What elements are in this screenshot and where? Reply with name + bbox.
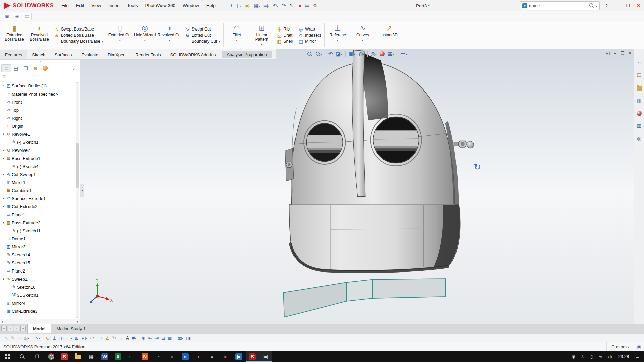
display-style-button[interactable]: ◍ — [357, 50, 365, 58]
sweep-band-sketch[interactable] — [283, 279, 445, 317]
menu-edit[interactable]: Edit — [72, 0, 88, 11]
heads-up-button[interactable] — [397, 51, 397, 57]
tree-scrollbar-thumb[interactable] — [76, 143, 79, 188]
sketch-tool-icon[interactable]: ⊠ — [167, 335, 173, 341]
file-explorer-icon[interactable] — [635, 83, 644, 92]
capture-settings-icon[interactable]: ▤ — [23, 13, 32, 20]
search-box[interactable] — [520, 1, 600, 10]
pin-toolbar-icon[interactable]: ✶ — [228, 1, 235, 10]
extruded-boss-base-button[interactable]: ▮Extruded Boss/Base — [2, 21, 27, 49]
taskbar-app-excel[interactable]: X — [111, 351, 125, 362]
view-palette-icon[interactable]: ▥ — [635, 96, 644, 105]
sketch-tool-icon[interactable]: ◨ — [185, 335, 192, 341]
taskbar-app-calculator[interactable]: ▦ — [85, 351, 98, 362]
sketch-tool-icon[interactable]: ◠ — [89, 335, 95, 341]
sketch-tool-icon[interactable]: ⇤ — [147, 335, 153, 341]
open-icon[interactable]: ▣ — [243, 1, 252, 10]
menu-view[interactable]: View — [88, 0, 105, 11]
tab-analysis-preparation[interactable]: Analysis Preparation — [222, 51, 272, 58]
undo-icon[interactable]: ↶ — [271, 1, 280, 10]
search-caret-icon[interactable] — [596, 3, 597, 8]
taskbar-app-photos[interactable]: ▣ — [259, 351, 272, 362]
heads-up-button[interactable] — [345, 51, 346, 57]
panel-collapse-button[interactable]: ∧ — [0, 60, 80, 64]
expand-arrow-icon[interactable]: ▸ — [1, 205, 6, 208]
fm-tabs-expand-icon[interactable]: › — [69, 64, 79, 72]
tree-item-plane2[interactable]: ▱ Plane2 — [0, 267, 80, 275]
sketch-tool-button[interactable] — [97, 335, 97, 341]
taskbar-app-chrome[interactable] — [44, 351, 58, 362]
sketch-tool-icon[interactable]: + — [99, 335, 103, 341]
hide-show-items-button[interactable]: ◎ — [370, 50, 378, 58]
tree-item-3dsketch1[interactable]: 3D 3DSketch1 — [0, 291, 80, 299]
graphics-viewport[interactable]: ↻ Y X — [80, 49, 634, 324]
redo-icon[interactable]: ↷ — [280, 1, 287, 10]
viewport-minimize-icon[interactable]: – — [614, 51, 616, 56]
section-view-button[interactable]: ◪ — [335, 50, 343, 58]
save-icon[interactable]: ▦ — [253, 1, 261, 10]
expand-arrow-icon[interactable]: ▾ — [1, 157, 6, 160]
configurationmanager-tab[interactable]: ❐ — [21, 64, 31, 72]
sketch-tool-icon[interactable]: ↖ — [3, 335, 9, 341]
shell-button[interactable]: ◧Shell — [277, 39, 293, 44]
sketch-tool-icon[interactable]: ⊞ — [74, 335, 80, 341]
taskbar-app-onenote[interactable]: n — [178, 351, 192, 362]
viewport-maximize-icon[interactable]: ❐ — [620, 51, 624, 56]
revolved-cut-button[interactable]: ◖Revolved Cut — [157, 21, 182, 49]
displaymanager-tab[interactable] — [40, 64, 50, 72]
expand-arrow-icon[interactable]: ▾ — [1, 132, 6, 136]
tab-sketch[interactable]: Sketch — [27, 50, 50, 59]
zoom-area-button[interactable] — [314, 51, 323, 57]
sketch-tool-icon[interactable]: ∠ — [104, 335, 111, 341]
rib-button[interactable]: ╫Rib — [277, 27, 293, 32]
tree-item-cut-extrude3[interactable]: ▥ Cut-Extrude3 — [0, 307, 80, 315]
menu-tools[interactable]: Tools — [123, 0, 142, 11]
intersect-button[interactable]: ⊘Intersect — [298, 33, 321, 38]
propertymanager-tab[interactable]: ▤ — [11, 64, 21, 72]
revolved-boss-base-button[interactable]: ◗Revolved Boss/Base — [27, 21, 52, 49]
hole-wizard-button[interactable]: ◎Hole Wizard — [132, 21, 157, 49]
expand-arrow-icon[interactable]: ▸ — [1, 84, 6, 87]
dimxpertmanager-tab[interactable]: ⊕ — [31, 64, 40, 72]
sketch-tool-icon[interactable]: ↻ — [111, 335, 117, 341]
tree-item-revolve1[interactable]: ▾ ⊙ Revolve1 — [0, 130, 80, 138]
expand-arrow-icon[interactable]: ▾ — [1, 221, 6, 224]
design-library-icon[interactable]: ▤ — [635, 71, 644, 79]
sketch-tool-icon[interactable]: A — [125, 335, 130, 341]
tab-dimxpert[interactable]: DimXpert — [103, 50, 130, 59]
taskbar-app-notepad[interactable]: N — [138, 351, 152, 362]
mirror-button[interactable]: ◫Mirror — [298, 39, 321, 44]
tree-item-cut-extrude2[interactable]: ▸ ▥ Cut-Extrude2 — [0, 202, 80, 210]
tree-scroll-left[interactable]: ◂ — [1, 320, 3, 323]
tree-item-plane1[interactable]: ▱ Plane1 — [0, 210, 80, 219]
tab-scroll-next[interactable]: › — [14, 326, 19, 331]
tree-item-sketch1[interactable]: ✎ (-) Sketch1 — [0, 138, 80, 146]
close-button[interactable]: ✕ — [633, 0, 644, 11]
taskbar-search-button[interactable] — [15, 351, 30, 362]
sketch-tool-icon[interactable]: ✎ — [10, 335, 16, 341]
forum-icon[interactable]: ◎ — [635, 134, 644, 143]
start-button[interactable] — [0, 351, 15, 362]
tray-expand-icon[interactable]: ∧ — [578, 354, 587, 359]
restore-button[interactable]: ❐ — [623, 0, 633, 11]
viewport-restore-icon[interactable]: ◱ — [606, 51, 610, 56]
menu-photoview-360[interactable]: PhotoView 360 — [141, 0, 179, 11]
zoom-fit-button[interactable] — [306, 51, 313, 57]
sketch-tool-icon[interactable]: ▱ — [16, 335, 22, 341]
heads-up-button[interactable] — [325, 51, 325, 57]
expand-arrow-icon[interactable]: ▸ — [1, 148, 6, 152]
units-selector[interactable]: Custom — [606, 342, 634, 351]
menu-insert[interactable]: Insert — [105, 0, 123, 11]
view-orientation-button[interactable]: ▣ — [348, 50, 356, 58]
sketch-tool-icon[interactable]: ◫ — [58, 335, 65, 341]
taskbar-app-movies[interactable]: ▶ — [232, 351, 246, 362]
tree-item-mirror4[interactable]: ◫ Mirror4 — [0, 299, 80, 307]
taskbar-app-app2[interactable]: ▲ — [205, 351, 219, 362]
extruded-cut-button[interactable]: ▯Extruded Cut — [108, 21, 132, 49]
taskbar-app-firefox[interactable]: ◗ — [192, 351, 205, 362]
robot-helmet-model[interactable] — [285, 50, 474, 272]
fillet-button[interactable]: ◠Fillet — [224, 21, 249, 49]
tree-scroll-right[interactable]: ▸ — [77, 320, 79, 323]
tree-item-sketch14[interactable]: ✎ Sketch14 — [0, 251, 80, 259]
tree-item-top-plane[interactable]: ▱ Top — [0, 106, 80, 114]
